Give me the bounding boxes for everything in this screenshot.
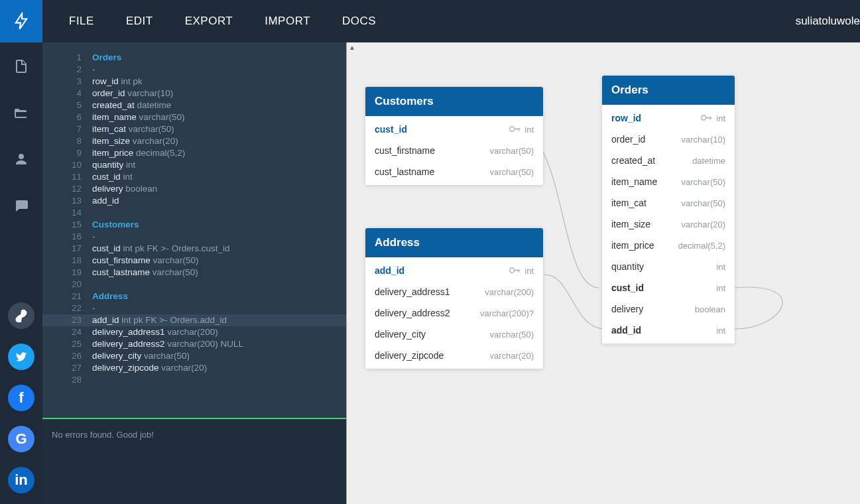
code-line[interactable]: 28: [42, 374, 346, 386]
line-number: 10: [42, 159, 92, 171]
code-line[interactable]: 19cust_lastname varchar(50): [42, 267, 346, 279]
code-line[interactable]: 11cust_id int: [42, 171, 346, 183]
google-icon[interactable]: G: [8, 426, 34, 452]
code-line[interactable]: 4order_id varchar(10): [42, 88, 346, 99]
column-type: varchar(200): [485, 287, 534, 297]
code-line[interactable]: 24delivery_address1 varchar(200): [42, 326, 346, 338]
table-column[interactable]: add_idint: [602, 320, 735, 341]
line-number: 6: [42, 111, 92, 123]
code-line[interactable]: 9item_price decimal(5,2): [42, 147, 346, 159]
code-line[interactable]: 15Customers: [42, 219, 346, 231]
table-header[interactable]: Customers: [365, 87, 543, 116]
code-line[interactable]: 13add_id: [42, 195, 346, 207]
chat-icon[interactable]: [11, 195, 32, 216]
code-line[interactable]: 18cust_firstname varchar(50): [42, 255, 346, 267]
code-line[interactable]: 23add_id int pk FK >- Orders.add_id: [42, 314, 346, 326]
table-column[interactable]: cust_idint: [602, 277, 735, 298]
column-type: int: [716, 326, 725, 336]
code-line[interactable]: 21Address: [42, 290, 346, 302]
table-column[interactable]: delivery_address1varchar(200): [365, 281, 543, 302]
column-type: varchar(200)?: [480, 308, 534, 318]
username-label[interactable]: suliatoluwole: [796, 15, 860, 28]
column-name: item_name: [611, 176, 682, 187]
table-column[interactable]: delivery_zipcodevarchar(20): [365, 345, 543, 366]
app-logo[interactable]: [0, 0, 42, 42]
table-column[interactable]: cust_lastnamevarchar(50): [365, 161, 543, 182]
code-line[interactable]: 16-: [42, 231, 346, 243]
twitter-icon[interactable]: [8, 344, 34, 370]
menu-file[interactable]: FILE: [69, 15, 94, 28]
table-column[interactable]: order_idvarchar(10): [602, 129, 735, 150]
table-header[interactable]: Orders: [602, 76, 735, 105]
share-link-icon[interactable]: [8, 302, 34, 329]
editor-pane: 1Orders2-3row_id int pk4order_id varchar…: [42, 42, 347, 504]
table-column[interactable]: quantityint: [602, 256, 735, 277]
line-number: 25: [42, 338, 92, 350]
column-name: delivery_address1: [375, 286, 485, 297]
code-line[interactable]: 27delivery_zipcode varchar(20): [42, 362, 346, 374]
menu-import[interactable]: IMPORT: [265, 15, 310, 28]
code-line[interactable]: 3row_id int pk: [42, 76, 346, 88]
table-address[interactable]: Addressadd_idintdelivery_address1varchar…: [365, 228, 543, 369]
table-column[interactable]: item_catvarchar(50): [602, 192, 735, 214]
line-number: 13: [42, 195, 92, 207]
folder-icon[interactable]: [11, 102, 32, 123]
table-column[interactable]: row_idint: [602, 107, 735, 129]
code-editor[interactable]: 1Orders2-3row_id int pk4order_id varchar…: [42, 42, 346, 418]
line-number: 18: [42, 255, 92, 267]
new-file-icon[interactable]: [11, 56, 32, 77]
line-number: 2: [42, 64, 92, 76]
menu-export[interactable]: EXPORT: [185, 15, 233, 28]
line-number: 27: [42, 362, 92, 374]
code-line[interactable]: 10quantity int: [42, 159, 346, 171]
line-number: 15: [42, 219, 92, 231]
table-column[interactable]: delivery_address2varchar(200)?: [365, 302, 543, 324]
table-column[interactable]: deliveryboolean: [602, 298, 735, 320]
code-line[interactable]: 5created_at datetime: [42, 99, 346, 111]
linkedin-icon[interactable]: in: [8, 467, 34, 493]
column-name: cust_id: [375, 124, 509, 135]
line-number: 28: [42, 374, 92, 386]
table-column[interactable]: item_namevarchar(50): [602, 171, 735, 192]
table-column[interactable]: created_atdatetime: [602, 150, 735, 171]
code-line[interactable]: 8item_size varchar(20): [42, 135, 346, 147]
line-number: 19: [42, 267, 92, 279]
user-icon[interactable]: [11, 149, 32, 170]
table-column[interactable]: item_pricedecimal(5,2): [602, 235, 735, 256]
column-name: order_id: [611, 134, 682, 145]
code-line[interactable]: 6item_name varchar(50): [42, 111, 346, 123]
table-column[interactable]: item_sizevarchar(20): [602, 214, 735, 235]
line-number: 8: [42, 135, 92, 147]
table-customers[interactable]: Customerscust_idintcust_firstnamevarchar…: [365, 87, 543, 185]
line-number: 11: [42, 171, 92, 183]
code-line[interactable]: 2-: [42, 64, 346, 76]
code-line[interactable]: 7item_cat varchar(50): [42, 123, 346, 135]
top-menu-bar: FILEEDITEXPORTIMPORTDOCS suliatoluwole: [0, 0, 860, 42]
facebook-icon[interactable]: f: [8, 385, 34, 411]
svg-rect-2: [519, 128, 520, 131]
code-line[interactable]: 22-: [42, 302, 346, 314]
code-line[interactable]: 1Orders: [42, 52, 346, 64]
column-name: quantity: [611, 261, 716, 272]
menu-edit[interactable]: EDIT: [126, 15, 153, 28]
code-line[interactable]: 14: [42, 207, 346, 219]
line-number: 14: [42, 207, 92, 219]
table-orders[interactable]: Ordersrow_idintorder_idvarchar(10)create…: [602, 76, 735, 344]
table-column[interactable]: delivery_cityvarchar(50): [365, 324, 543, 345]
code-line[interactable]: 26delivery_city varchar(50): [42, 350, 346, 362]
line-number: 21: [42, 290, 92, 302]
table-column[interactable]: add_idint: [365, 260, 543, 281]
svg-point-0: [510, 126, 515, 131]
diagram-canvas[interactable]: ▲ Customerscust_idintcust_firstnamevarch…: [347, 42, 860, 504]
column-name: item_price: [611, 240, 678, 251]
code-line[interactable]: 25delivery_address2 varchar(200) NULL: [42, 338, 346, 350]
menu-docs[interactable]: DOCS: [342, 15, 376, 28]
column-name: add_id: [375, 265, 509, 276]
code-line[interactable]: 20: [42, 279, 346, 290]
table-column[interactable]: cust_firstnamevarchar(50): [365, 140, 543, 161]
code-line[interactable]: 17cust_id int pk FK >- Orders.cust_id: [42, 243, 346, 255]
code-line[interactable]: 12delivery boolean: [42, 183, 346, 195]
table-header[interactable]: Address: [365, 228, 543, 257]
column-type: varchar(50): [682, 198, 725, 208]
table-column[interactable]: cust_idint: [365, 119, 543, 140]
